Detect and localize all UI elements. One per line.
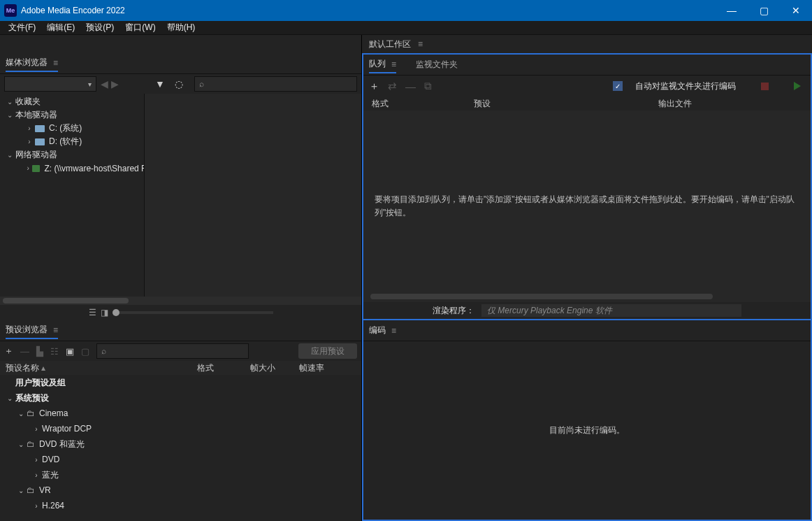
media-tree: ⌄收藏夹 ⌄本地驱动器 ›C: (系统) ›D: (软件) ⌄网络驱动器 ›Z:… xyxy=(0,94,144,297)
preset-item-bluray[interactable]: ›蓝光 xyxy=(0,467,361,483)
col-queue-format[interactable]: 格式 xyxy=(369,98,474,110)
preset-browser-header: 预设浏览器 ≡ xyxy=(0,320,361,341)
folder-icon: 🗀 xyxy=(27,485,35,495)
apply-preset-button[interactable]: 应用预设 xyxy=(298,343,357,359)
stop-queue-button[interactable] xyxy=(761,83,769,90)
preset-item-wraptor[interactable]: ›Wraptor DCP xyxy=(0,421,361,436)
workspace-label[interactable]: 默认工作区 xyxy=(369,38,411,50)
new-group-icon[interactable]: ▙ xyxy=(36,346,43,357)
tab-queue-label: 队列 xyxy=(369,58,386,70)
menu-preset[interactable]: 预设(P) xyxy=(80,22,119,34)
media-search-input[interactable]: ⌕ xyxy=(194,76,357,92)
list-view-icon[interactable]: ☰ xyxy=(89,308,96,317)
close-button[interactable]: ✕ xyxy=(780,0,812,21)
tab-preset-browser[interactable]: 预设浏览器 ≡ xyxy=(6,322,58,339)
preset-group-dvd-bluray[interactable]: ⌄🗀DVD 和蓝光 xyxy=(0,436,361,452)
tree-network-drives[interactable]: ⌄网络驱动器 xyxy=(0,148,144,162)
thumbnail-size-slider[interactable] xyxy=(113,311,273,314)
tree-local-drives[interactable]: ⌄本地驱动器 xyxy=(0,108,144,122)
panel-menu-icon[interactable]: ≡ xyxy=(53,58,58,68)
col-frame-rate[interactable]: 帧速率 xyxy=(299,362,341,374)
preset-group-user[interactable]: 用户预设及组 xyxy=(0,375,361,390)
queue-drop-area[interactable]: 要将项目添加到队列，请单击"添加源"按钮或者从媒体浏览器或桌面将文件拖到此处。要… xyxy=(363,110,811,302)
panel-menu-icon[interactable]: ≡ xyxy=(391,59,396,69)
encoding-body: 目前尚未进行编码。 xyxy=(363,341,811,520)
search-icon: ⌕ xyxy=(101,346,106,356)
workspace-bar: 默认工作区 ≡ xyxy=(0,35,812,53)
add-preset-icon[interactable]: ＋ xyxy=(4,345,13,357)
preset-group-cinema[interactable]: ⌄🗀Cinema xyxy=(0,406,361,421)
auto-encode-checkbox[interactable]: ✓ xyxy=(613,81,623,91)
nav-back-icon[interactable]: ◀ xyxy=(101,78,108,90)
tree-drive-z[interactable]: ›Z: (\\vmware-host\Shared Folders) xyxy=(0,162,144,175)
minimize-button[interactable]: — xyxy=(716,0,748,21)
tree-favorites[interactable]: ⌄收藏夹 xyxy=(0,95,144,108)
maximize-button[interactable]: ▢ xyxy=(748,0,780,21)
menu-help[interactable]: 帮助(H) xyxy=(161,22,201,34)
tab-queue[interactable]: 队列 ≡ xyxy=(369,56,396,73)
media-scope-dropdown[interactable]: ▾ xyxy=(4,76,96,92)
tree-drive-d[interactable]: ›D: (软件) xyxy=(0,135,144,148)
menu-file[interactable]: 文件(F) xyxy=(3,22,41,34)
preset-search-input[interactable]: ⌕ xyxy=(96,343,249,359)
col-frame-size[interactable]: 帧大小 xyxy=(250,362,299,374)
tab-encoding-label: 编码 xyxy=(369,324,386,336)
menubar: 文件(F) 编辑(E) 预设(P) 窗口(W) 帮助(H) xyxy=(0,21,812,35)
folder-icon: 🗀 xyxy=(27,408,35,418)
tree-drive-c[interactable]: ›C: (系统) xyxy=(0,122,144,135)
col-queue-output[interactable]: 输出文件 xyxy=(658,98,805,110)
preset-toolbar: ＋ — ▙ ☷ ▣ ▢ ⌕ 应用预设 xyxy=(0,341,361,361)
preset-group-system[interactable]: ⌄系统预设 xyxy=(0,390,361,406)
tab-watch-folders-label: 监视文件夹 xyxy=(416,59,458,71)
drive-icon xyxy=(35,138,45,145)
col-format[interactable]: 格式 xyxy=(197,362,250,374)
queue-scrollbar[interactable] xyxy=(370,294,713,299)
queue-drop-hint: 要将项目添加到队列，请单击"添加源"按钮或者从媒体浏览器或桌面将文件拖到此处。要… xyxy=(375,193,799,220)
queue-header: 队列 ≡ 监视文件夹 xyxy=(363,55,811,76)
workspace-menu-icon[interactable]: ≡ xyxy=(418,39,423,49)
menu-window[interactable]: 窗口(W) xyxy=(119,22,161,34)
col-queue-preset[interactable]: 预设 xyxy=(474,98,658,110)
tab-preset-browser-label: 预设浏览器 xyxy=(6,324,48,336)
import-preset-icon[interactable]: ▣ xyxy=(66,346,74,357)
network-drive-icon xyxy=(32,165,40,172)
remove-preset-icon[interactable]: — xyxy=(20,346,29,357)
panel-menu-icon[interactable]: ≡ xyxy=(391,326,396,336)
preset-settings-icon[interactable]: ☷ xyxy=(50,346,59,357)
add-output-icon[interactable]: ⇄ xyxy=(388,80,397,92)
duplicate-icon[interactable]: ⧉ xyxy=(424,80,432,92)
titlebar: Me Adobe Media Encoder 2022 — ▢ ✕ xyxy=(0,0,812,21)
preset-group-vr[interactable]: ⌄🗀VR xyxy=(0,483,361,498)
app-icon: Me xyxy=(4,4,17,17)
export-preset-icon[interactable]: ▢ xyxy=(81,346,89,357)
app-title: Adobe Media Encoder 2022 xyxy=(21,6,716,15)
tab-media-browser-label: 媒体浏览器 xyxy=(6,57,48,69)
col-preset-name[interactable]: 预设名称 ▴ xyxy=(6,362,197,374)
panel-menu-icon[interactable]: ≡ xyxy=(53,325,58,335)
media-tree-scrollbar[interactable] xyxy=(0,297,361,305)
preset-item-h264[interactable]: ›H.264 xyxy=(0,498,361,513)
nav-forward-icon[interactable]: ▶ xyxy=(111,78,119,90)
search-icon: ⌕ xyxy=(199,79,204,89)
thumbnail-view-icon[interactable]: ◨ xyxy=(101,308,108,317)
folder-icon: 🗀 xyxy=(27,439,35,449)
queue-columns-header: 格式 预设 输出文件 xyxy=(363,97,811,110)
remove-icon[interactable]: — xyxy=(405,80,416,92)
ingest-icon[interactable]: ◌ xyxy=(172,78,186,90)
preset-item-dvd[interactable]: ›DVD xyxy=(0,452,361,467)
renderer-select[interactable]: 仅 Mercury Playback Engine 软件 xyxy=(481,304,741,317)
window-controls: — ▢ ✕ xyxy=(716,0,812,21)
start-queue-button[interactable] xyxy=(794,82,801,90)
tab-watch-folders[interactable]: 监视文件夹 xyxy=(416,57,458,73)
filter-icon[interactable]: ▼ xyxy=(152,78,168,90)
tab-encoding[interactable]: 编码 ≡ xyxy=(369,322,396,338)
auto-encode-label: 自动对监视文件夹进行编码 xyxy=(635,80,736,92)
queue-toolbar: ＋ ⇄ — ⧉ ✓ 自动对监视文件夹进行编码 xyxy=(363,76,811,97)
media-browser-header: 媒体浏览器 ≡ xyxy=(0,53,361,74)
menu-edit[interactable]: 编辑(E) xyxy=(41,22,80,34)
tab-media-browser[interactable]: 媒体浏览器 ≡ xyxy=(6,55,58,72)
preset-tree: 用户预设及组 ⌄系统预设 ⌄🗀Cinema ›Wraptor DCP ⌄🗀DVD… xyxy=(0,375,361,513)
media-preview-area xyxy=(144,94,361,297)
add-source-icon[interactable]: ＋ xyxy=(369,80,379,93)
media-toolbar: ▾ ◀ ▶ ▼ ◌ ⌕ xyxy=(0,74,361,94)
